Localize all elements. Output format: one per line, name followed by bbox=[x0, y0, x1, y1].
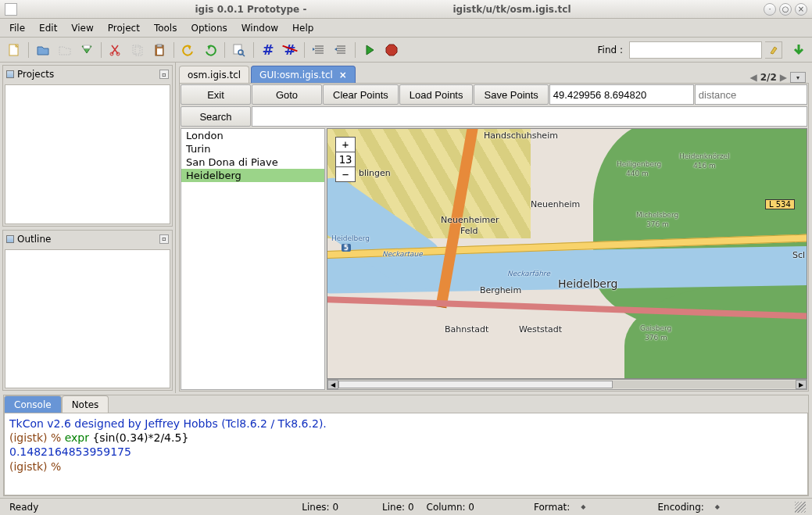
zoom-level: 13 bbox=[336, 152, 355, 167]
map-canvas[interactable]: + 13 − Handschuhsheim Neuenheim Neuenhei… bbox=[327, 128, 807, 379]
map-label: 376 m bbox=[645, 334, 667, 342]
paste-button[interactable] bbox=[150, 41, 169, 59]
exit-button[interactable]: Exit bbox=[181, 84, 251, 105]
minimize-button[interactable]: · bbox=[764, 3, 776, 16]
zoom-control: + 13 − bbox=[335, 137, 356, 182]
scroll-right-button[interactable]: ▶ bbox=[796, 380, 807, 389]
city-item-heidelberg[interactable]: Heidelberg bbox=[181, 169, 324, 182]
scroll-thumb[interactable] bbox=[338, 381, 613, 388]
encoding-dropdown[interactable]: ◆ bbox=[715, 503, 720, 510]
hash-button-1[interactable]: # bbox=[259, 41, 277, 59]
find-clear-button[interactable] bbox=[765, 41, 782, 59]
tab-close-icon[interactable]: × bbox=[339, 70, 347, 80]
scroll-left-button[interactable]: ◀ bbox=[327, 380, 338, 389]
projects-collapse-button[interactable]: ▫ bbox=[159, 70, 169, 79]
map-hscrollbar[interactable]: ◀ ▶ bbox=[327, 379, 807, 390]
save-button[interactable] bbox=[77, 41, 96, 59]
gis-view: Exit Goto Clear Points Load Points Save … bbox=[179, 83, 809, 392]
undo-button[interactable] bbox=[179, 41, 198, 59]
map-label: Heidelberg bbox=[331, 234, 370, 242]
search-button[interactable] bbox=[230, 41, 249, 59]
menu-options[interactable]: Options bbox=[184, 20, 233, 36]
outline-title: Outline bbox=[17, 234, 51, 245]
svg-rect-7 bbox=[157, 45, 162, 47]
map-label: Weststadt bbox=[519, 324, 562, 334]
window-title-right: igistk/u/tk/osm.igis.tcl bbox=[453, 4, 571, 15]
zoom-out-button[interactable]: − bbox=[336, 167, 355, 181]
save-points-button[interactable]: Save Points bbox=[474, 84, 548, 105]
menu-file[interactable]: File bbox=[3, 20, 31, 36]
tab-gui-osm[interactable]: GUI:osm.igis.tcl × bbox=[251, 66, 356, 83]
search-city-input[interactable] bbox=[252, 106, 807, 127]
map-label: Scl bbox=[792, 250, 805, 260]
console-prompt: (igistk) % bbox=[9, 431, 65, 444]
projects-body[interactable] bbox=[5, 84, 170, 224]
menu-tools[interactable]: Tools bbox=[148, 20, 184, 36]
console-args: {sin(0.34)*2/4.5} bbox=[89, 431, 188, 444]
svg-marker-20 bbox=[386, 45, 397, 55]
open-button[interactable] bbox=[34, 41, 52, 59]
goto-button[interactable]: Goto bbox=[252, 84, 322, 105]
editor-tabs: osm.igis.tcl GUI:osm.igis.tcl × ◀ 2/2 ▶ … bbox=[176, 63, 812, 83]
copy-button[interactable] bbox=[128, 41, 147, 59]
maximize-button[interactable]: ○ bbox=[779, 3, 792, 16]
run-button[interactable] bbox=[360, 41, 379, 59]
outline-body[interactable] bbox=[5, 249, 170, 389]
hash-strike-button[interactable]: # bbox=[281, 41, 299, 59]
format-dropdown[interactable]: ◆ bbox=[581, 503, 585, 510]
map-label: 416 m bbox=[693, 162, 716, 170]
open-recent-button[interactable] bbox=[55, 41, 74, 59]
tab-osm[interactable]: osm.igis.tcl bbox=[179, 66, 249, 83]
outline-panel: Outline ▫ bbox=[2, 230, 173, 392]
clear-points-button[interactable]: Clear Points bbox=[323, 84, 399, 105]
status-encoding-label: Encoding: bbox=[655, 502, 707, 513]
map-label: Heiligenberg bbox=[617, 160, 661, 168]
menu-view[interactable]: View bbox=[65, 20, 99, 36]
map-label: Gaisberg bbox=[640, 324, 671, 332]
map-label: Michelsberg bbox=[636, 211, 678, 219]
city-item-turin[interactable]: Turin bbox=[181, 142, 324, 156]
new-file-button[interactable] bbox=[5, 41, 23, 59]
distance-input[interactable] bbox=[695, 84, 807, 105]
resize-grip[interactable] bbox=[795, 502, 806, 513]
projects-panel: Projects ▫ bbox=[2, 65, 173, 227]
menu-bar: File Edit View Project Tools Options Win… bbox=[0, 19, 812, 38]
tab-prev-button[interactable]: ◀ bbox=[749, 72, 757, 83]
menu-window[interactable]: Window bbox=[235, 20, 284, 36]
app-icon bbox=[5, 3, 17, 16]
status-format-label: Format: bbox=[531, 502, 573, 513]
map-label: Feld bbox=[460, 226, 478, 236]
tab-console[interactable]: Console bbox=[4, 395, 62, 413]
city-list[interactable]: London Turin San Dona di Piave Heidelber… bbox=[181, 128, 325, 390]
console-line: TkCon v2.6 designed by Jeffrey Hobbs (Tc… bbox=[9, 417, 327, 430]
map-label: blingen bbox=[359, 168, 391, 178]
stop-button[interactable] bbox=[382, 41, 401, 59]
search-city-button[interactable]: Search bbox=[181, 106, 251, 127]
tab-gui-osm-label: GUI:osm.igis.tcl bbox=[259, 70, 333, 80]
console-body[interactable]: TkCon v2.6 designed by Jeffrey Hobbs (Tc… bbox=[4, 413, 808, 495]
tab-osm-label: osm.igis.tcl bbox=[188, 70, 241, 80]
outline-collapse-button[interactable]: ▫ bbox=[159, 234, 169, 244]
find-next-button[interactable] bbox=[790, 41, 807, 59]
city-item-sandona[interactable]: San Dona di Piave bbox=[181, 156, 324, 169]
outline-icon bbox=[6, 235, 14, 243]
cut-button[interactable] bbox=[106, 41, 125, 59]
find-input[interactable] bbox=[629, 41, 762, 59]
indent-button[interactable] bbox=[309, 41, 328, 59]
coord-input[interactable] bbox=[549, 84, 694, 105]
menu-project[interactable]: Project bbox=[102, 20, 146, 36]
outdent-button[interactable] bbox=[331, 41, 350, 59]
window-title-left: igis 0.0.1 Prototype - bbox=[195, 4, 307, 15]
tab-notes[interactable]: Notes bbox=[62, 395, 109, 413]
zoom-in-button[interactable]: + bbox=[336, 138, 355, 152]
svg-rect-1 bbox=[84, 45, 90, 48]
tab-next-button[interactable]: ▶ bbox=[780, 72, 787, 83]
redo-button[interactable] bbox=[201, 41, 220, 59]
menu-help[interactable]: Help bbox=[286, 20, 320, 36]
close-button[interactable]: × bbox=[795, 3, 807, 16]
map-label: Handschuhsheim bbox=[484, 131, 558, 141]
city-item-london[interactable]: London bbox=[181, 129, 324, 142]
menu-edit[interactable]: Edit bbox=[33, 20, 63, 36]
tab-menu-button[interactable]: ▾ bbox=[790, 72, 806, 83]
load-points-button[interactable]: Load Points bbox=[399, 84, 474, 105]
